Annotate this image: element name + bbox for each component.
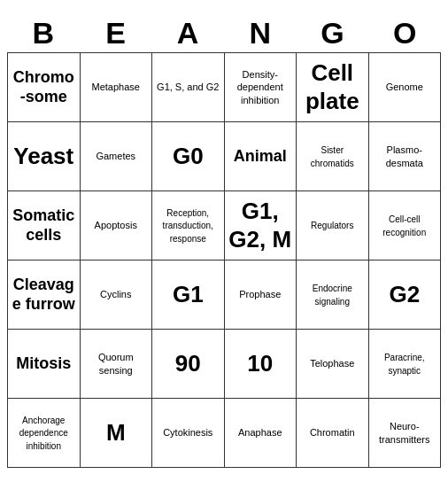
bingo-cell: G1, G2, M (224, 191, 297, 260)
cell-text: G1, S, and G2 (157, 82, 219, 92)
cell-text: Paracrine, synaptic (384, 353, 425, 375)
bingo-cell: Genome (368, 53, 441, 122)
cell-text: Density-dependent inhibition (237, 69, 283, 105)
bingo-cell: Cell-cell recognition (368, 191, 441, 260)
bingo-cell: Prophase (224, 260, 297, 330)
bingo-cell: Neuro-transmitters (368, 399, 441, 468)
bingo-cell: Apoptosis (80, 191, 152, 260)
header-letter: E (80, 14, 152, 52)
cell-text: Chromatin (310, 427, 355, 438)
cell-text: Cell plate (305, 59, 359, 113)
cell-text: 90 (175, 350, 201, 377)
bingo-cell: Plasmo-desmata (368, 122, 441, 191)
bingo-cell: Somatic cells (8, 191, 81, 260)
cell-text: Regulators (311, 221, 353, 230)
cell-text: Prophase (239, 289, 281, 299)
bingo-cell: Yeast (8, 122, 81, 191)
cell-text: Metaphase (92, 82, 140, 92)
bingo-cell: Reception, transduction, response (152, 191, 225, 260)
cell-text: Apoptosis (95, 220, 137, 230)
bingo-cell: Sister chromatids (297, 122, 369, 191)
cell-text: 10 (247, 350, 273, 377)
cell-text: Cell-cell recognition (382, 214, 426, 237)
cell-text: Genome (386, 82, 423, 92)
cell-text: Neuro-transmitters (379, 421, 429, 444)
bingo-cell: Chromo-some (8, 53, 81, 122)
header-letter: N (224, 14, 297, 52)
header-letter: A (151, 14, 224, 52)
bingo-cell: Mitosis (8, 330, 81, 399)
bingo-cell: 90 (152, 330, 225, 399)
bingo-cell: G0 (152, 122, 225, 191)
cell-text: Sister chromatids (311, 145, 354, 167)
bingo-cell: Gametes (80, 122, 152, 191)
header-letter: G (297, 14, 369, 52)
cell-text: Cyclins (100, 289, 131, 299)
bingo-cell: Chromatin (297, 399, 369, 468)
cell-text: G1, G2, M (228, 198, 291, 252)
cell-text: Cytokinesis (163, 427, 212, 438)
cell-text: G0 (173, 143, 204, 169)
bingo-cell: Cell plate (297, 53, 369, 122)
bingo-cell: Regulators (297, 191, 369, 260)
bingo-cell: Density-dependent inhibition (224, 53, 297, 122)
bingo-cell: Cytokinesis (152, 399, 225, 468)
cell-text: Telophase (310, 358, 354, 369)
cell-text: Quorum sensing (98, 352, 134, 375)
cell-text: Yeast (13, 143, 73, 169)
cell-text: Anchorage dependence inhibition (19, 416, 68, 451)
cell-text: Somatic cells (12, 206, 74, 244)
bingo-header: BEANGO (7, 14, 441, 52)
cell-text: G1 (173, 281, 204, 307)
bingo-cell: Quorum sensing (80, 330, 152, 399)
cell-text: Gametes (96, 151, 135, 161)
cell-text: Anaphase (238, 427, 282, 438)
cell-text: Mitosis (16, 354, 71, 372)
bingo-cell: Telophase (297, 330, 369, 399)
bingo-cell: Animal (224, 122, 297, 191)
cell-text: G2 (389, 281, 420, 307)
header-letter: B (7, 14, 80, 52)
bingo-cell: Anaphase (224, 399, 297, 468)
bingo-grid: Chromo-someMetaphaseG1, S, and G2Density… (7, 52, 441, 468)
bingo-cell: Endocrine signaling (297, 260, 369, 330)
bingo-cell: Paracrine, synaptic (368, 330, 441, 399)
bingo-cell: G2 (368, 260, 441, 330)
cell-text: Animal (234, 147, 287, 165)
bingo-cell: G1, S, and G2 (152, 53, 225, 122)
cell-text: Plasmo-desmata (386, 144, 423, 167)
cell-text: Chromo-some (13, 68, 74, 105)
bingo-cell: Metaphase (80, 53, 152, 122)
bingo-cell: Cleavage furrow (8, 260, 81, 330)
bingo-cell: 10 (224, 330, 297, 399)
cell-text: Endocrine signaling (313, 284, 352, 306)
cell-text: Reception, transduction, response (163, 208, 213, 244)
cell-text: M (106, 419, 126, 446)
bingo-cell: M (80, 399, 152, 468)
bingo-cell: Cyclins (80, 260, 152, 330)
cell-text: Cleavage furrow (12, 276, 75, 313)
bingo-cell: Anchorage dependence inhibition (8, 399, 81, 468)
header-letter: O (368, 14, 441, 52)
bingo-cell: G1 (152, 260, 225, 330)
